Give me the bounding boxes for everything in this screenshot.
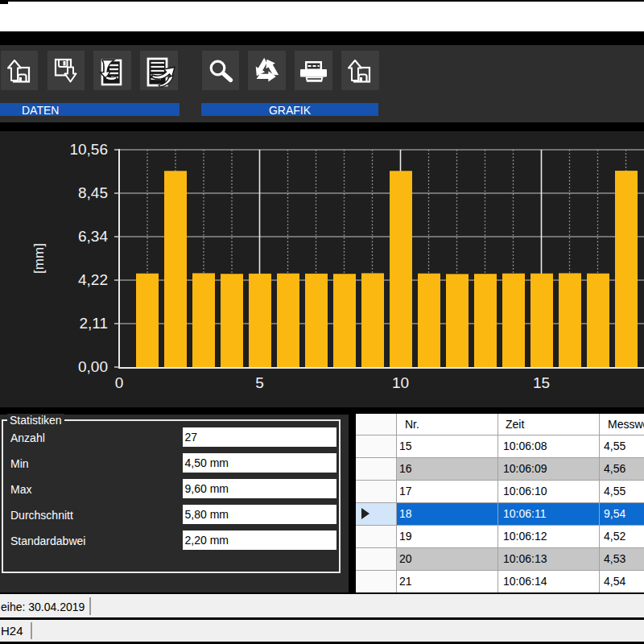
svg-text:10: 10 [392, 374, 409, 391]
svg-text:15: 15 [533, 374, 550, 391]
svg-text:6,34: 6,34 [78, 228, 108, 245]
svg-text:2,11: 2,11 [79, 315, 108, 332]
svg-text:5: 5 [255, 374, 264, 391]
svg-text:8,45: 8,45 [78, 184, 108, 201]
svg-text:10,56: 10,56 [69, 141, 108, 158]
svg-text:0: 0 [115, 374, 124, 391]
svg-text:[mm]: [mm] [31, 243, 47, 274]
svg-text:4,22: 4,22 [78, 271, 108, 288]
svg-text:0,00: 0,00 [78, 358, 108, 375]
